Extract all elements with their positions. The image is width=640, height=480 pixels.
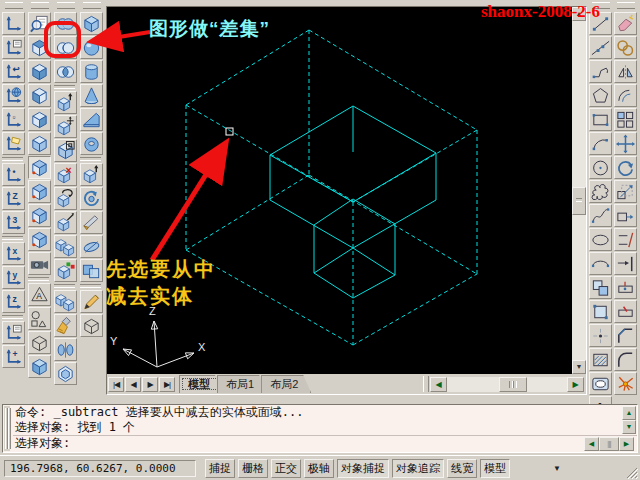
selected-solid-edge[interactable] [309,30,477,130]
cone-icon-button[interactable] [80,84,103,107]
shell-icon-button[interactable] [54,362,77,385]
ucs-world-icon-button[interactable] [2,84,25,107]
sw-isometric-view-icon-button[interactable] [28,156,51,179]
selected-solid-edge[interactable] [186,30,309,105]
status-toggle-模型[interactable]: 模型 [480,459,510,478]
explode-icon-button[interactable] [614,372,637,395]
extend-icon-button[interactable] [614,252,637,275]
named-views-icon-button[interactable] [28,12,51,35]
array-icon-button[interactable] [614,108,637,131]
solid-edge[interactable] [353,153,436,202]
status-toggle-正交[interactable]: 正交 [271,459,301,478]
bottom-view-icon-button[interactable] [28,60,51,83]
arc-icon-button[interactable] [589,132,612,155]
copy-object-icon-button[interactable] [614,36,637,59]
tab-nav-button-2[interactable]: ▶ [142,377,158,392]
delete-faces-icon-button[interactable]: × [54,163,77,186]
ucs-previous-icon-button[interactable]: ↩ [2,60,25,83]
tab-nav-button-1[interactable]: ◀ [125,377,141,392]
canvas-horizontal-scrollbar[interactable] [447,377,567,392]
move-faces-icon-button[interactable] [54,115,77,138]
color-faces-icon-button[interactable] [54,259,77,282]
ucs-rotate-y-icon-button[interactable]: y [2,266,25,289]
solid-edge[interactable] [314,199,353,225]
hscroll-right-button[interactable]: ▶ [567,377,584,392]
front-view-icon-button[interactable] [28,132,51,155]
tab-布局2[interactable]: 布局2 [261,375,311,393]
insert-block-icon-button[interactable] [589,276,612,299]
command-window[interactable]: 命令: _subtract 选择要从中减去的实体或面域... 选择对象: 找到 … [2,404,638,453]
setup-profile-icon-button[interactable] [80,314,103,337]
tab-模型[interactable]: 模型 [179,375,223,393]
canvas-vertical-scrollbar[interactable]: ▲ ▼ [572,7,586,374]
selected-solid-edge[interactable] [353,274,477,345]
hidden-mode-icon-button[interactable] [28,331,51,354]
ucs-rotate-z-icon-button[interactable]: z [2,290,25,313]
ucs-face-icon-button[interactable] [2,132,25,155]
status-toggle-栅格[interactable]: 栅格 [238,459,268,478]
tab-nav-button-0[interactable]: |◀ [108,377,124,392]
model-canvas[interactable]: ZXY [107,7,572,374]
command-input-line[interactable]: 选择对象: [13,435,637,451]
extrude-faces-icon-button[interactable] [54,91,77,114]
solid-edge[interactable] [270,155,353,202]
line-icon-button[interactable] [589,12,612,35]
solid-edge[interactable] [270,106,353,155]
copy-faces-icon-button[interactable] [54,235,77,258]
trim-icon-button[interactable] [614,228,637,251]
status-menu-arrow-icon[interactable]: ▼ [553,464,561,473]
solid-edge[interactable] [314,248,353,273]
break-icon-button[interactable] [614,300,637,323]
status-toggle-捕捉[interactable]: 捕捉 [205,459,235,478]
box-icon-button[interactable] [80,12,103,35]
toolbar-grip[interactable] [592,2,610,9]
command-hscrollbar[interactable]: ◀ |||| ▶ [584,437,636,451]
taper-faces-icon-button[interactable] [54,211,77,234]
ne-isometric-view-icon-button[interactable] [28,204,51,227]
chamfer-icon-button[interactable] [614,324,637,347]
construction-line-icon-button[interactable] [589,36,612,59]
move-icon-button[interactable] [614,132,637,155]
circle-icon-button[interactable] [589,156,612,179]
solid-edge[interactable] [353,275,395,298]
subtract-icon-button[interactable] [54,36,77,59]
point-icon-button[interactable] [589,324,612,347]
solid-edge[interactable] [353,199,395,224]
ucs-dialog-icon-button[interactable] [2,36,25,59]
named-ucs-icon-button[interactable] [2,321,25,344]
command-hscroll-left-button[interactable]: ◀ [584,437,599,451]
rotate-icon-button[interactable] [614,156,637,179]
scroll-down-button[interactable]: ▼ [572,360,586,374]
interfere-icon-button[interactable] [80,259,103,282]
status-toggle-线宽[interactable]: 线宽 [447,459,477,478]
ellipse-icon-button[interactable] [589,228,612,251]
polygon-icon-button[interactable] [589,84,612,107]
pickbox-cursor[interactable] [226,128,233,135]
rectangle-icon-button[interactable] [589,108,612,131]
3d-views-icon-button[interactable] [28,307,51,330]
ucs-3-point-icon-button[interactable]: 3 [2,211,25,234]
mirror-icon-button[interactable] [614,60,637,83]
intersect-icon-button[interactable] [54,60,77,83]
toolbar-grip[interactable] [617,2,635,9]
erase-icon-button[interactable] [614,12,637,35]
toolbar-grip[interactable] [5,2,23,9]
spline-icon-button[interactable] [589,204,612,227]
solid-edge[interactable] [314,273,353,298]
scroll-thumb[interactable] [572,187,586,215]
status-toggle-对象追踪[interactable]: 对象追踪 [392,459,444,478]
left-view-icon-button[interactable] [28,84,51,107]
revision-cloud-icon-button[interactable] [589,180,612,203]
shaded-mode-icon-button[interactable] [28,355,51,378]
offset-faces-icon-button[interactable] [54,139,77,162]
resize-grip-icon[interactable] [626,467,638,479]
cylinder-icon-button[interactable] [80,60,103,83]
stretch-icon-button[interactable] [614,204,637,227]
union-icon-button[interactable] [54,12,77,35]
copy-edges-icon-button[interactable] [54,290,77,313]
right-view-icon-button[interactable] [28,108,51,131]
top-view-icon-button[interactable] [28,36,51,59]
extrude-icon-button[interactable] [80,163,103,186]
command-hscroll-right-button[interactable]: ▶ [619,437,634,451]
sphere-icon-button[interactable] [80,36,103,59]
